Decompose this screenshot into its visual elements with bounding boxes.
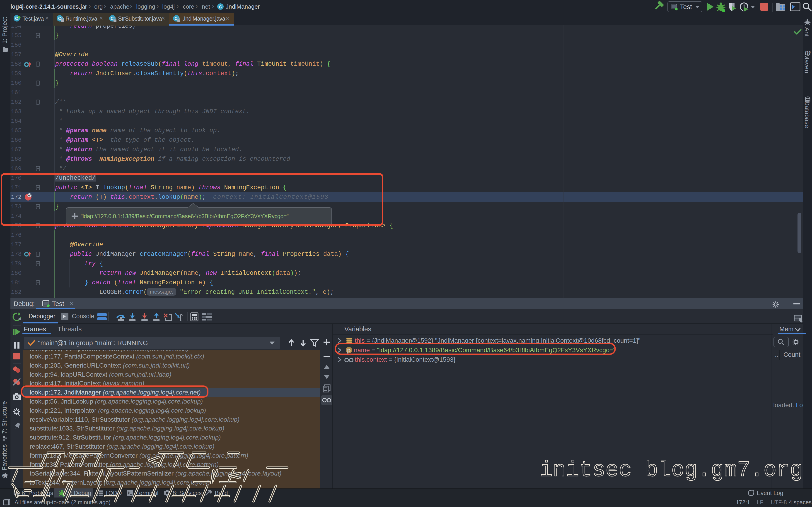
svg-text:C: C xyxy=(175,16,177,21)
svg-text:C: C xyxy=(219,5,222,9)
svg-text:C: C xyxy=(58,16,61,21)
svg-text:C: C xyxy=(15,16,18,21)
svg-text:C: C xyxy=(111,16,114,21)
